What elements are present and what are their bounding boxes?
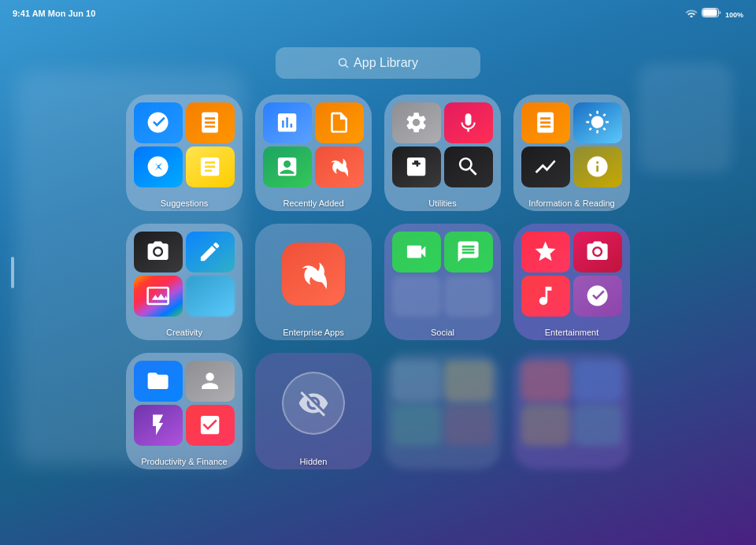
app-grid: Suggestions Recently Added <box>126 95 630 469</box>
folder-recently-added[interactable]: Recently Added <box>255 95 372 211</box>
app-contacts <box>186 361 235 402</box>
app-keynote <box>263 102 312 143</box>
app-tips <box>573 146 622 187</box>
app-shortcuts <box>134 405 183 446</box>
app-messages <box>444 232 493 272</box>
app-calculator <box>392 146 441 187</box>
app-stocks <box>521 146 570 187</box>
app-podcasts <box>573 276 622 317</box>
folder-hidden[interactable]: Hidden <box>255 353 372 469</box>
app-social-4 <box>444 276 493 317</box>
folder-creativity[interactable]: Creativity <box>126 224 243 340</box>
app-settings <box>392 102 441 143</box>
blurred-app-7 <box>521 405 570 446</box>
app-books2 <box>521 102 570 143</box>
bg-blur-right <box>638 63 732 173</box>
app-notes <box>186 146 235 187</box>
app-toplists <box>521 232 570 272</box>
ipad-background: 9:41 AM Mon Jun 10 100% <box>0 0 756 545</box>
app-photobooth <box>573 232 622 272</box>
blurred-app-6 <box>573 361 622 402</box>
app-music <box>521 276 570 317</box>
app-hidden-main <box>282 372 345 435</box>
app-safari <box>134 146 183 187</box>
app-soundrecog <box>444 102 493 143</box>
blurred-app-5 <box>521 361 570 402</box>
app-enterprise-main <box>282 243 345 306</box>
folder-information-reading[interactable]: Information & Reading <box>513 95 630 211</box>
folder-creativity-label: Creativity <box>126 328 243 337</box>
app-magnifier <box>444 146 493 187</box>
app-pages <box>315 102 364 143</box>
battery-percent: 100% <box>725 11 743 19</box>
blurred-app-2 <box>444 361 493 402</box>
blurred-app-4 <box>444 405 493 446</box>
battery-icon: 100% <box>702 8 743 19</box>
app-photos <box>134 276 183 317</box>
folder-entertainment[interactable]: Entertainment <box>513 224 630 340</box>
app-social-3 <box>392 276 441 317</box>
folder-suggestions-label: Suggestions <box>126 198 243 208</box>
folder-entertainment-label: Entertainment <box>513 328 630 337</box>
app-camera <box>134 232 183 272</box>
folder-blurred-1 <box>384 353 501 469</box>
app-freeform <box>186 232 235 272</box>
app-weather <box>573 102 622 143</box>
folder-suggestions[interactable]: Suggestions <box>126 95 243 211</box>
search-bar-label: App Library <box>354 56 418 70</box>
folder-productivity-label: Productivity & Finance <box>126 457 243 466</box>
folder-info-label: Information & Reading <box>513 198 630 208</box>
folder-productivity-finance[interactable]: Productivity & Finance <box>126 353 243 469</box>
folder-utilities[interactable]: Utilities <box>384 95 501 211</box>
app-appstore <box>134 102 183 143</box>
folder-recently-label: Recently Added <box>255 198 372 208</box>
status-bar: 9:41 AM Mon Jun 10 100% <box>0 0 756 22</box>
folder-utilities-label: Utilities <box>384 198 501 208</box>
search-bar[interactable]: App Library <box>276 47 480 79</box>
folder-social-label: Social <box>384 328 501 337</box>
folder-enterprise-apps[interactable]: Enterprise Apps <box>255 224 372 340</box>
app-swift <box>315 146 364 187</box>
app-extra-creativity <box>186 276 235 317</box>
status-icons: 100% <box>685 8 743 19</box>
app-files <box>134 361 183 402</box>
search-icon <box>338 57 349 69</box>
folder-enterprise-label: Enterprise Apps <box>255 328 372 337</box>
app-reminders <box>186 405 235 446</box>
blurred-app-8 <box>573 405 622 446</box>
folder-social[interactable]: Social <box>384 224 501 340</box>
app-facetime <box>392 232 441 272</box>
folder-hidden-label: Hidden <box>255 457 372 466</box>
wifi-icon <box>685 8 698 19</box>
side-indicator <box>11 257 14 288</box>
app-books <box>186 102 235 143</box>
folder-blurred-2 <box>513 353 630 469</box>
blurred-app-3 <box>392 405 441 446</box>
status-time: 9:41 AM Mon Jun 10 <box>13 9 95 18</box>
svg-rect-1 <box>703 9 717 17</box>
blurred-app-1 <box>392 361 441 402</box>
app-numbers <box>263 146 312 187</box>
